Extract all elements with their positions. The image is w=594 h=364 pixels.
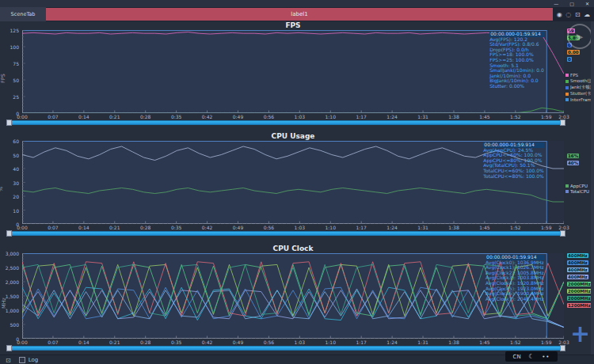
time-range-slider[interactable] — [6, 119, 565, 126]
legend-item[interactable]: Smooth(流畅度) — [565, 78, 594, 84]
current-value-badge: 2000MHz — [567, 282, 592, 286]
y-tick-label: 30 — [0, 180, 19, 186]
x-tick-label: 0:21 — [109, 339, 120, 345]
legend-color-chip — [565, 93, 569, 96]
x-tick-label: 0:49 — [233, 339, 243, 345]
x-tick-label: 1:31 — [417, 339, 428, 345]
x-tick-label: 1:38 — [448, 225, 459, 230]
current-value-badge: 40% — [567, 161, 579, 165]
y-axis-label: % — [0, 187, 4, 191]
close-icon[interactable]: ✕ — [585, 0, 589, 7]
stats-tooltip: 00:00.000-01:59.914Avg(FPS): 120.2Std/Va… — [489, 32, 544, 89]
x-tick-label: 0:28 — [140, 339, 150, 345]
language-indicator[interactable]: CN — [513, 354, 521, 360]
more-indicator[interactable]: •• — [542, 354, 550, 360]
time-range-slider[interactable] — [6, 230, 565, 237]
slider-handle-right[interactable] — [560, 230, 565, 237]
y-tick-label: 40 — [0, 166, 19, 172]
x-tick-label: 1:38 — [448, 339, 459, 345]
fps-plot-area[interactable]: 00:00.000-01:59.914Avg(FPS): 120.2Std/Va… — [22, 30, 564, 113]
quick-settings-pill: CN ☾ •• — [505, 351, 558, 362]
slider-track[interactable] — [6, 346, 565, 351]
x-tick-label: 1:10 — [326, 225, 336, 230]
x-tick-label: 0:28 — [140, 225, 150, 230]
window-titlebar: — ▢ ✕ — [0, 0, 594, 7]
legend-item[interactable]: TotalCPU — [565, 189, 589, 194]
slider-handle-right[interactable] — [560, 345, 565, 351]
legend-item[interactable]: FPS — [565, 73, 594, 78]
log-checkbox[interactable] — [19, 357, 25, 363]
current-value-badge: 0.00 — [567, 50, 580, 55]
slider-handle-right[interactable] — [560, 119, 565, 126]
slider-track[interactable] — [6, 231, 565, 236]
cpu-clock-chart-section: CPU Clock MHz 3,0002,5002,0001,5001,0005… — [0, 245, 594, 355]
x-tick-label: 1:59 — [541, 339, 551, 345]
legend-item[interactable]: Jank(卡顿) — [565, 85, 594, 90]
x-tick-label: 1:17 — [356, 225, 366, 230]
x-tick-label: 0:00 — [17, 339, 27, 345]
x-tick-label: 1:10 — [326, 114, 336, 119]
x-tick-label: 0:49 — [233, 114, 243, 119]
stats-tooltip: 00:00.000-01:59.914Avg(AppCPU): 24.5%App… — [483, 142, 543, 179]
plus-overlay-icon: + — [570, 320, 590, 347]
legend-color-chip — [565, 74, 569, 77]
x-tick-label: 0:07 — [48, 339, 58, 345]
legend-label: AppCPU — [570, 184, 588, 188]
x-tick-label: 0:14 — [78, 339, 89, 345]
x-tick-label: 0:42 — [202, 225, 212, 230]
legend-color-chip — [565, 80, 569, 83]
screenshot-icon[interactable]: ⊡ — [6, 357, 11, 364]
pin-icon[interactable]: ◌ — [565, 11, 571, 18]
current-value-badge: 400MHz — [567, 275, 588, 279]
plot-canvas — [22, 30, 564, 113]
tab-scene[interactable]: SceneTab — [0, 7, 46, 21]
legend-color-chip — [565, 98, 569, 101]
x-tick-label: 1:10 — [326, 339, 336, 345]
tab-label1[interactable]: label1 — [46, 8, 553, 21]
legend-item[interactable]: InterFrame — [565, 97, 594, 102]
chart-title: CPU Clock — [22, 245, 564, 252]
slider-handle-left[interactable] — [6, 119, 12, 126]
x-tick-label: 1:45 — [479, 225, 489, 230]
y-tick-label: 25 — [0, 94, 19, 100]
y-axis-label: MHz — [1, 298, 7, 309]
x-tick-label: 1:38 — [448, 114, 459, 119]
slider-track[interactable] — [6, 120, 565, 125]
slider-handle-left[interactable] — [6, 345, 12, 351]
x-tick-label: 0:14 — [78, 114, 89, 119]
legend-item[interactable]: AppCPU — [565, 184, 589, 188]
y-tick-label: 50 — [0, 78, 19, 83]
x-tick-label: 2:03 — [558, 225, 569, 230]
cpu-clock-plot-area[interactable]: 00:00.000-01:59.914Avg(Clock0): 1036.9MH… — [22, 253, 564, 339]
play-icon: ▶ — [577, 32, 583, 42]
x-tick-label: 0:00 — [17, 114, 27, 119]
chart-legend: AppCPUTotalCPU — [565, 184, 589, 195]
x-tick-label: 1:03 — [295, 339, 305, 345]
folder-icon[interactable]: ⊡ — [575, 11, 581, 18]
legend-label: FPS — [570, 73, 578, 78]
x-tick-label: 2:03 — [558, 339, 569, 345]
play-overlay-icon[interactable]: ▶ — [567, 24, 592, 49]
x-tick-label: 2:03 — [558, 114, 569, 119]
x-tick-label: 0:35 — [171, 339, 181, 345]
legend-item[interactable]: Stutter(卡顿率) — [565, 91, 594, 97]
cpu-usage-plot-area[interactable]: 00:00.000-01:59.914Avg(AppCPU): 24.5%App… — [22, 141, 564, 224]
legend-label: Jank(卡顿) — [570, 85, 592, 90]
vertical-scrollbar[interactable] — [591, 21, 594, 355]
x-tick-label: 1:03 — [295, 114, 305, 119]
y-tick-label: 125 — [0, 28, 19, 33]
x-tick-label: 0:56 — [264, 225, 274, 230]
y-tick-label: 2,500 — [0, 265, 19, 271]
current-values: 400MHz400MHz400MHz400MHz2000MHz2000MHz20… — [567, 253, 592, 310]
x-tick-label: 0:35 — [171, 114, 181, 119]
moon-icon[interactable]: ☾ — [528, 353, 534, 360]
minimize-icon[interactable]: — — [554, 0, 558, 7]
slider-handle-left[interactable] — [6, 230, 12, 237]
x-tick-label: 1:52 — [510, 339, 520, 345]
maximize-icon[interactable]: ▢ — [569, 0, 574, 7]
x-tick-label: 1:24 — [386, 339, 397, 345]
cloud-icon[interactable]: ☁ — [584, 11, 590, 18]
x-tick-label: 1:31 — [417, 114, 428, 119]
time-range-slider[interactable] — [6, 345, 565, 351]
location-icon[interactable]: ◉ — [557, 11, 562, 18]
